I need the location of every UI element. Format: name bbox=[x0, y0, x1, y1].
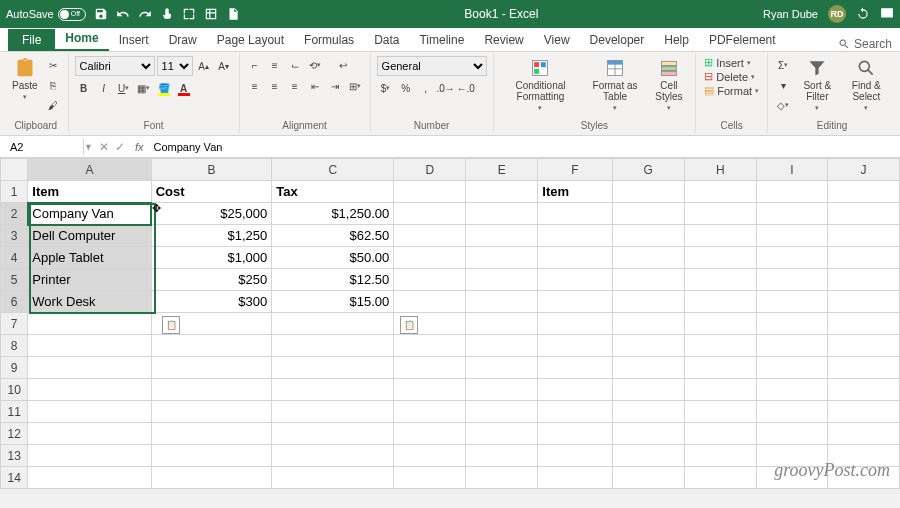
formula-bar[interactable] bbox=[147, 139, 900, 155]
select-all-corner[interactable] bbox=[1, 159, 28, 181]
cell-styles-button[interactable]: Cell Styles▾ bbox=[649, 56, 690, 114]
enter-formula-icon[interactable]: ✓ bbox=[115, 140, 125, 154]
bold-button[interactable]: B bbox=[75, 79, 93, 97]
cell-A4[interactable]: Apple Tablet bbox=[28, 247, 151, 269]
row-6: 6Work Desk$300$15.00 bbox=[1, 291, 900, 313]
autosave-toggle[interactable]: AutoSave Off bbox=[6, 8, 86, 21]
format-painter-icon[interactable]: 🖌 bbox=[44, 96, 62, 114]
touch-icon[interactable] bbox=[160, 7, 174, 21]
cell-A3[interactable]: Dell Computer bbox=[28, 225, 151, 247]
cell-F1[interactable]: Item bbox=[538, 181, 612, 203]
number-format-select[interactable]: General bbox=[377, 56, 487, 76]
cell-A2[interactable]: Company Van bbox=[28, 203, 151, 225]
sync-icon[interactable] bbox=[856, 7, 870, 21]
pdf-icon[interactable] bbox=[226, 7, 240, 21]
italic-button[interactable]: I bbox=[95, 79, 113, 97]
tab-pdfelement[interactable]: PDFelement bbox=[699, 29, 786, 51]
col-header-F[interactable]: F bbox=[538, 159, 612, 181]
cell-B1[interactable]: Cost bbox=[151, 181, 272, 203]
ribbon-options-icon[interactable] bbox=[880, 7, 894, 21]
tab-view[interactable]: View bbox=[534, 29, 580, 51]
tab-data[interactable]: Data bbox=[364, 29, 409, 51]
col-header-A[interactable]: A bbox=[28, 159, 151, 181]
tab-page-layout[interactable]: Page Layout bbox=[207, 29, 294, 51]
format-cells-button[interactable]: ▤Format▾ bbox=[702, 84, 761, 97]
fill-icon[interactable]: ▾ bbox=[774, 76, 792, 94]
align-top-icon[interactable]: ⌐ bbox=[246, 56, 264, 74]
paste-options-icon-2[interactable]: 📋 bbox=[400, 316, 418, 334]
col-header-C[interactable]: C bbox=[272, 159, 394, 181]
delete-cells-button[interactable]: ⊟Delete▾ bbox=[702, 70, 761, 83]
autosum-icon[interactable]: Σ▾ bbox=[774, 56, 792, 74]
increase-decimal-icon[interactable]: .0→ bbox=[437, 79, 455, 97]
tab-review[interactable]: Review bbox=[474, 29, 533, 51]
search-box[interactable]: Search bbox=[838, 37, 892, 51]
tab-draw[interactable]: Draw bbox=[159, 29, 207, 51]
undo-icon[interactable] bbox=[116, 7, 130, 21]
clear-icon[interactable]: ◇▾ bbox=[774, 96, 792, 114]
redo-icon[interactable] bbox=[138, 7, 152, 21]
col-header-H[interactable]: H bbox=[684, 159, 756, 181]
paste-button[interactable]: Paste▾ bbox=[10, 56, 40, 103]
username[interactable]: Ryan Dube bbox=[763, 8, 818, 20]
col-header-J[interactable]: J bbox=[828, 159, 900, 181]
insert-cells-button[interactable]: ⊞Insert▾ bbox=[702, 56, 761, 69]
col-header-B[interactable]: B bbox=[151, 159, 272, 181]
align-middle-icon[interactable]: ≡ bbox=[266, 56, 284, 74]
tab-insert[interactable]: Insert bbox=[109, 29, 159, 51]
align-right-icon[interactable]: ≡ bbox=[286, 77, 304, 95]
copy-icon[interactable]: ⎘ bbox=[44, 76, 62, 94]
col-header-G[interactable]: G bbox=[612, 159, 684, 181]
cell-A6[interactable]: Work Desk bbox=[28, 291, 151, 313]
tab-help[interactable]: Help bbox=[654, 29, 699, 51]
cancel-formula-icon[interactable]: ✕ bbox=[99, 140, 109, 154]
table-icon[interactable] bbox=[204, 7, 218, 21]
col-header-D[interactable]: D bbox=[394, 159, 466, 181]
svg-rect-2 bbox=[541, 62, 546, 67]
save-icon[interactable] bbox=[94, 7, 108, 21]
sort-filter-button[interactable]: Sort & Filter▾ bbox=[796, 56, 839, 114]
font-name-select[interactable]: Calibri bbox=[75, 56, 155, 76]
underline-button[interactable]: U▾ bbox=[115, 79, 133, 97]
tab-developer[interactable]: Developer bbox=[580, 29, 655, 51]
increase-indent-icon[interactable]: ⇥ bbox=[326, 77, 344, 95]
cell-A1[interactable]: Item bbox=[28, 181, 151, 203]
cut-icon[interactable]: ✂ bbox=[44, 56, 62, 74]
align-center-icon[interactable]: ≡ bbox=[266, 77, 284, 95]
tab-timeline[interactable]: Timeline bbox=[409, 29, 474, 51]
format-as-table-button[interactable]: Format as Table▾ bbox=[585, 56, 644, 114]
wrap-text-icon[interactable]: ↩ bbox=[334, 56, 352, 74]
fx-icon[interactable]: fx bbox=[131, 141, 148, 153]
grid[interactable]: A B C D E F G H I J 1 Item Cost Tax Item… bbox=[0, 158, 900, 489]
tab-home[interactable]: Home bbox=[55, 27, 108, 51]
conditional-formatting-button[interactable]: Conditional Formatting▾ bbox=[500, 56, 582, 114]
borders-button[interactable]: ▦▾ bbox=[135, 79, 153, 97]
col-header-I[interactable]: I bbox=[756, 159, 827, 181]
decrease-font-icon[interactable]: A▾ bbox=[215, 57, 233, 75]
avatar[interactable]: RD bbox=[828, 5, 846, 23]
increase-font-icon[interactable]: A▴ bbox=[195, 57, 213, 75]
tab-file[interactable]: File bbox=[8, 29, 55, 51]
cell-C1[interactable]: Tax bbox=[272, 181, 394, 203]
align-left-icon[interactable]: ≡ bbox=[246, 77, 264, 95]
merge-center-icon[interactable]: ⊞▾ bbox=[346, 77, 364, 95]
svg-rect-10 bbox=[661, 71, 676, 75]
borders-icon[interactable] bbox=[182, 7, 196, 21]
font-size-select[interactable]: 11 bbox=[157, 56, 193, 76]
window-title: Book1 - Excel bbox=[248, 7, 755, 21]
col-header-E[interactable]: E bbox=[466, 159, 538, 181]
paste-options-icon-1[interactable]: 📋 bbox=[162, 316, 180, 334]
orientation-icon[interactable]: ⟲▾ bbox=[306, 56, 324, 74]
find-select-button[interactable]: Find & Select▾ bbox=[843, 56, 890, 114]
fill-color-button[interactable]: 🪣 bbox=[155, 79, 173, 97]
currency-icon[interactable]: $▾ bbox=[377, 79, 395, 97]
cell-A5[interactable]: Printer bbox=[28, 269, 151, 291]
decrease-decimal-icon[interactable]: ←.0 bbox=[457, 79, 475, 97]
font-color-button[interactable]: A bbox=[175, 79, 193, 97]
comma-icon[interactable]: , bbox=[417, 79, 435, 97]
align-bottom-icon[interactable]: ⌙ bbox=[286, 56, 304, 74]
name-box[interactable] bbox=[4, 139, 84, 155]
decrease-indent-icon[interactable]: ⇤ bbox=[306, 77, 324, 95]
percent-icon[interactable]: % bbox=[397, 79, 415, 97]
tab-formulas[interactable]: Formulas bbox=[294, 29, 364, 51]
